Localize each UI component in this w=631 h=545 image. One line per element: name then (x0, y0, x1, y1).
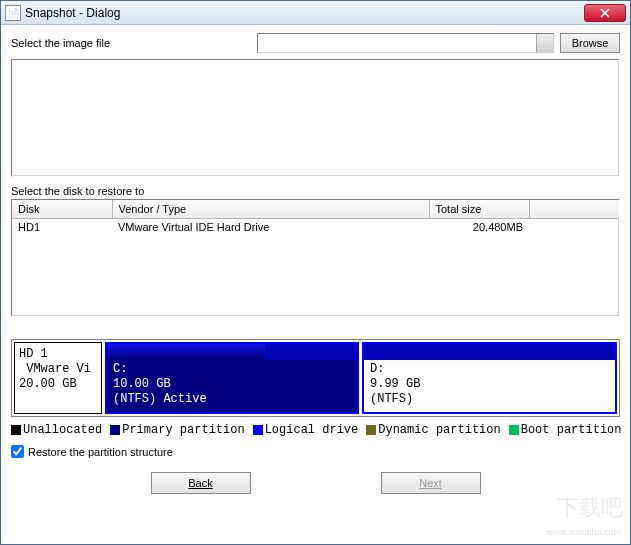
col-header-disk[interactable]: Disk (12, 200, 112, 218)
col-header-vendor[interactable]: Vendor / Type (112, 200, 429, 218)
restore-structure-checkbox[interactable] (11, 445, 24, 458)
partition-d-fs: (NTFS) (370, 392, 413, 406)
cell-blank (529, 218, 619, 235)
swatch-boot-icon (509, 425, 519, 435)
cell-size: 20.480MB (429, 218, 529, 235)
next-button: Next (381, 472, 481, 494)
dropdown-arrow-icon (541, 40, 549, 45)
restore-structure-label: Restore the partition structure (28, 446, 173, 458)
partition-legend: Unallocated Primary partition Logical dr… (11, 423, 620, 437)
table-header-row: Disk Vendor / Type Total size (12, 200, 619, 218)
swatch-primary-icon (110, 425, 120, 435)
swatch-logical-icon (253, 425, 263, 435)
image-info-panel (11, 59, 620, 177)
cell-vendor: VMware Virtual IDE Hard Drive (112, 218, 429, 235)
disk-select-label: Select the disk to restore to (11, 185, 620, 197)
window-title: Snapshot - Dialog (25, 6, 584, 20)
partition-d-drive: D: (370, 362, 384, 376)
col-header-blank[interactable] (529, 200, 619, 218)
partition-c-header (107, 344, 357, 360)
dialog-content: Select the image file Browse Select the … (1, 25, 630, 544)
legend-primary: Primary partition (122, 423, 244, 437)
swatch-dynamic-icon (366, 425, 376, 435)
legend-dynamic: Dynamic partition (378, 423, 500, 437)
disk-table-panel: Disk Vendor / Type Total size HD1 VMware… (11, 199, 620, 317)
partition-map-panel: HD 1 VMware Vi 20.00 GB C: 10.00 GB (NTF… (11, 339, 620, 417)
legend-boot: Boot partition (521, 423, 622, 437)
col-header-size[interactable]: Total size (429, 200, 529, 218)
disk-info-name: HD 1 (19, 347, 48, 361)
restore-structure-row: Restore the partition structure (11, 445, 620, 458)
partition-d-size: 9.99 GB (370, 377, 420, 391)
image-file-row: Select the image file Browse (11, 33, 620, 53)
cell-disk: HD1 (12, 218, 112, 235)
partition-d-body: D: 9.99 GB (NTFS) (364, 360, 615, 412)
partition-c-drive: C: (113, 362, 127, 376)
disk-info-vendor: VMware Vi (26, 362, 91, 376)
legend-logical: Logical drive (265, 423, 359, 437)
app-icon: 📄 (5, 5, 21, 21)
swatch-unallocated-icon (11, 425, 21, 435)
legend-unallocated: Unallocated (23, 423, 102, 437)
back-button[interactable]: Back (151, 472, 251, 494)
partition-c-size: 10.00 GB (113, 377, 171, 391)
partition-d[interactable]: D: 9.99 GB (NTFS) (362, 342, 617, 414)
partition-c[interactable]: C: 10.00 GB (NTFS) Active (105, 342, 359, 414)
image-file-dropdown[interactable] (257, 33, 554, 53)
browse-button[interactable]: Browse (560, 33, 620, 53)
partition-c-body: C: 10.00 GB (NTFS) Active (107, 360, 357, 412)
partition-c-fs: (NTFS) Active (113, 392, 207, 406)
image-file-label: Select the image file (11, 37, 251, 49)
partitions-container: C: 10.00 GB (NTFS) Active D: 9.99 GB (NT… (105, 342, 617, 414)
table-row[interactable]: HD1 VMware Virtual IDE Hard Drive 20.480… (12, 218, 619, 235)
partition-d-header (364, 344, 615, 360)
dialog-window: 📄 Snapshot - Dialog Select the image fil… (0, 0, 631, 545)
disk-info-size: 20.00 GB (19, 377, 77, 391)
disk-table: Disk Vendor / Type Total size HD1 VMware… (12, 200, 619, 235)
close-button[interactable] (584, 4, 626, 22)
titlebar[interactable]: 📄 Snapshot - Dialog (1, 1, 630, 25)
nav-button-row: Back Next (11, 472, 620, 494)
disk-info-box: HD 1 VMware Vi 20.00 GB (14, 342, 102, 414)
